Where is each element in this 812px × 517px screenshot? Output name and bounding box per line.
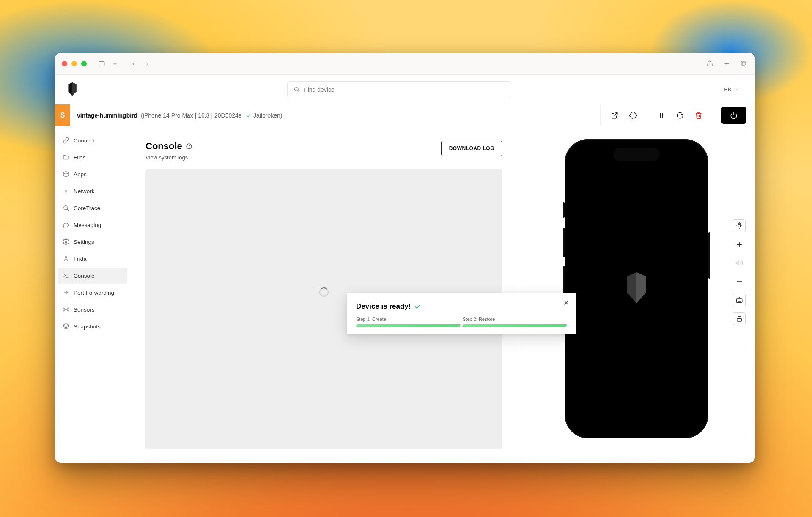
message-icon — [63, 222, 69, 228]
new-tab-icon[interactable] — [722, 59, 731, 68]
minimize-window-button[interactable] — [71, 61, 77, 66]
phone-mute-switch — [563, 202, 565, 218]
svg-point-18 — [65, 257, 67, 258]
volume-button[interactable] — [733, 257, 746, 269]
sidebar-item-frida[interactable]: Frida — [58, 251, 127, 267]
svg-marker-21 — [63, 323, 69, 326]
sidebar-item-label: Files — [74, 154, 86, 161]
phone-side-button — [708, 232, 710, 279]
sidebar-item-port-forwarding[interactable]: Port Forwarding — [58, 284, 127, 301]
zoom-in-button[interactable]: + — [733, 238, 746, 251]
svg-point-24 — [738, 224, 741, 227]
keyboard-button[interactable] — [733, 294, 746, 306]
open-external-button[interactable] — [610, 111, 619, 120]
sidebar-item-connect[interactable]: Connect — [58, 132, 127, 148]
traffic-lights — [62, 61, 87, 66]
reboot-button[interactable] — [675, 111, 685, 120]
sidebar-item-network[interactable]: Network — [58, 183, 127, 199]
phone-dynamic-island — [613, 148, 660, 161]
folder-icon — [63, 154, 69, 161]
phone-mockup[interactable] — [565, 139, 708, 438]
sidebar-item-label: Connect — [74, 137, 95, 144]
zoom-window-button[interactable] — [81, 61, 87, 66]
sidebar-item-snapshots[interactable]: Snapshots — [58, 318, 127, 334]
broadcast-icon — [63, 306, 69, 313]
sidebar-item-messaging[interactable]: Messaging — [58, 217, 127, 233]
svg-rect-5 — [742, 62, 746, 66]
search-input[interactable] — [304, 86, 505, 93]
help-icon[interactable] — [186, 143, 192, 150]
boot-logo — [623, 272, 650, 305]
svg-point-23 — [189, 148, 189, 148]
sidebar-item-label: Port Forwarding — [74, 290, 114, 296]
power-button[interactable] — [721, 107, 746, 124]
device-badge: S — [55, 104, 70, 126]
sidebar-item-console[interactable]: Console — [58, 268, 127, 284]
device-search[interactable] — [287, 81, 511, 98]
sidebar-item-label: Settings — [74, 239, 94, 245]
sidebar: Connect Files Apps Network CoreTrace — [55, 126, 130, 463]
sidebar-item-sensors[interactable]: Sensors — [58, 301, 127, 317]
app-window: HB S vintage-hummingbird (iPhone 14 Pro … — [55, 53, 755, 463]
sidebar-item-apps[interactable]: Apps — [58, 166, 127, 182]
device-tabbar: S vintage-hummingbird (iPhone 14 Pro Max… — [55, 104, 755, 126]
sidebar-item-label: Snapshots — [74, 323, 101, 330]
svg-rect-26 — [736, 299, 742, 302]
terminal-icon — [63, 272, 69, 279]
svg-point-15 — [64, 206, 68, 210]
device-actions — [600, 104, 755, 126]
sidebar-item-label: Messaging — [74, 222, 101, 228]
sidebar-item-settings[interactable]: Settings — [58, 234, 127, 250]
svg-rect-0 — [99, 62, 104, 66]
rotate-device-button[interactable] — [628, 111, 638, 120]
search-icon — [63, 205, 69, 211]
frida-icon — [63, 255, 69, 262]
share-icon[interactable] — [705, 59, 714, 68]
delete-device-button[interactable] — [694, 111, 703, 120]
sidebar-item-files[interactable]: Files — [58, 149, 127, 165]
svg-point-17 — [65, 241, 67, 243]
sidebar-item-label: Apps — [74, 171, 87, 178]
toast-close-button[interactable] — [562, 299, 570, 308]
svg-marker-25 — [736, 261, 739, 265]
device-ready-toast: Device is ready! Step 1: Create Step 2: … — [347, 293, 576, 334]
chevron-down-icon — [735, 87, 740, 92]
svg-line-8 — [298, 90, 299, 92]
nav-forward-button[interactable] — [143, 59, 152, 68]
svg-line-9 — [614, 112, 617, 116]
pause-button[interactable] — [657, 111, 666, 120]
loading-spinner — [319, 287, 329, 297]
sidebar-item-label: Network — [74, 188, 95, 194]
nav-back-button[interactable] — [129, 59, 138, 68]
lock-button[interactable] — [733, 312, 746, 325]
layers-icon — [63, 323, 69, 330]
sidebar-item-coretrace[interactable]: CoreTrace — [58, 200, 127, 216]
wifi-icon — [63, 188, 69, 194]
device-tab[interactable]: vintage-hummingbird (iPhone 14 Pro Max |… — [70, 104, 289, 126]
app-logo — [67, 82, 78, 97]
tabs-overview-icon[interactable] — [739, 59, 748, 68]
screenshot-button[interactable] — [733, 219, 746, 232]
sidebar-item-label: Console — [74, 273, 95, 279]
package-icon — [63, 171, 69, 178]
search-icon — [294, 86, 300, 93]
sidebar-item-label: Sensors — [74, 306, 95, 313]
zoom-out-button[interactable]: − — [733, 275, 746, 288]
titlebar-dropdown-icon[interactable] — [110, 59, 120, 68]
page-title: Console — [145, 141, 192, 152]
app-topbar: HB — [55, 75, 755, 104]
download-log-button[interactable]: DOWNLOAD LOG — [441, 141, 502, 156]
user-menu[interactable]: HB — [721, 85, 743, 94]
svg-rect-6 — [741, 61, 745, 65]
check-icon — [414, 303, 421, 310]
svg-point-7 — [295, 88, 299, 91]
sidebar-toggle-icon[interactable] — [97, 59, 106, 68]
device-meta: (iPhone 14 Pro Max | 16.3 | 20D5024e | ✓… — [141, 112, 282, 119]
gear-icon — [63, 238, 69, 245]
device-name: vintage-hummingbird — [77, 112, 137, 119]
preview-toolbar: + − — [733, 219, 746, 325]
svg-point-20 — [66, 309, 67, 310]
close-window-button[interactable] — [62, 61, 67, 66]
toast-title: Device is ready! — [356, 302, 567, 311]
svg-rect-31 — [737, 318, 742, 321]
